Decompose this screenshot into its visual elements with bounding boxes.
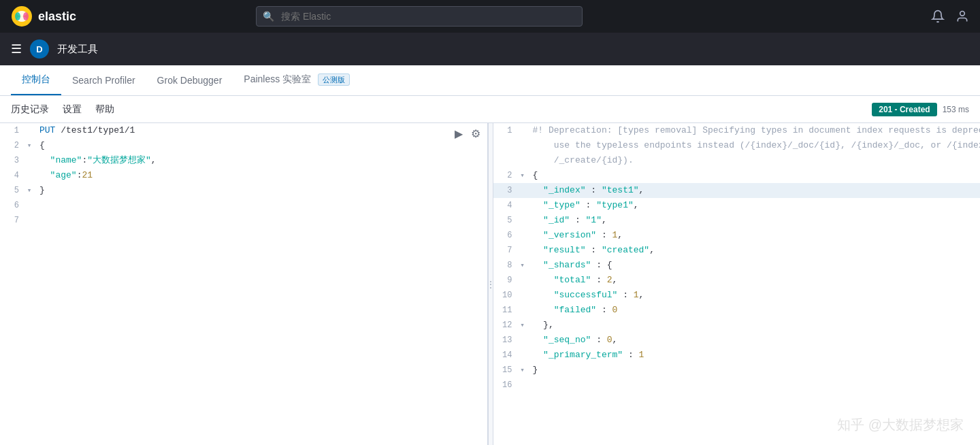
notification-button[interactable] <box>931 10 945 23</box>
line-content: "_seq_no" : 0, <box>527 333 981 348</box>
code-line: 2 ▾ { <box>493 168 981 183</box>
fold-marker <box>24 213 34 228</box>
hamburger-button[interactable]: ☰ <box>11 42 22 56</box>
fold-marker <box>518 123 527 138</box>
tab-console[interactable]: 控制台 <box>11 65 61 95</box>
fold-marker <box>518 243 527 258</box>
elastic-logo-text: elastic <box>38 10 76 24</box>
fold-marker[interactable]: ▾ <box>24 138 34 153</box>
code-line: 12 ▾ }, <box>493 318 981 333</box>
notification-icon <box>931 10 945 23</box>
code-line: 11 "failed" : 0 <box>493 303 981 318</box>
line-number: 14 <box>493 348 518 363</box>
user-button[interactable] <box>956 10 969 23</box>
help-button[interactable]: 帮助 <box>95 101 114 118</box>
line-content: #! Deprecation: [types removal] Specifyi… <box>527 123 981 138</box>
line-number <box>493 153 518 168</box>
line-content: } <box>527 363 981 378</box>
code-line: 1 PUT /test1/type1/1 <box>0 123 487 138</box>
fold-marker[interactable]: ▾ <box>24 183 34 198</box>
fold-marker <box>24 168 34 183</box>
line-content: use the typeless endpoints instead (/{in… <box>527 138 981 153</box>
line-number: 4 <box>493 198 518 213</box>
fold-marker <box>518 273 527 288</box>
left-code-editor[interactable]: 1 PUT /test1/type1/1 2 ▾ { 3 "name":"大数据… <box>0 123 487 445</box>
line-number: 6 <box>493 228 518 243</box>
line-content[interactable]: PUT /test1/type1/1 <box>34 123 487 138</box>
line-content[interactable]: "age":21 <box>34 168 487 183</box>
code-line: 6 "_version" : 1, <box>493 228 981 243</box>
line-content[interactable] <box>34 198 487 213</box>
line-number: 13 <box>493 333 518 348</box>
fold-marker[interactable]: ▾ <box>518 363 527 378</box>
history-button[interactable]: 历史记录 <box>11 101 49 118</box>
settings-button[interactable]: 设置 <box>63 101 82 118</box>
fold-marker <box>24 198 34 213</box>
fold-marker[interactable]: ▾ <box>518 318 527 333</box>
fold-marker <box>518 348 527 363</box>
fold-marker[interactable]: ▾ <box>518 258 527 273</box>
line-content: "_index" : "test1", <box>527 183 981 198</box>
line-number: 3 <box>0 153 24 168</box>
code-line: 8 ▾ "_shards" : { <box>493 258 981 273</box>
fold-marker <box>518 153 527 168</box>
code-line: 9 "total" : 2, <box>493 273 981 288</box>
svg-point-4 <box>23 12 29 20</box>
line-content: "_version" : 1, <box>527 228 981 243</box>
line-number: 16 <box>493 378 518 393</box>
fold-marker <box>518 138 527 153</box>
beta-badge: 公测版 <box>318 73 350 86</box>
line-number: 5 <box>493 213 518 228</box>
line-number: 6 <box>0 198 24 213</box>
left-actions: ▶ ⚙ <box>453 126 482 142</box>
line-number: 9 <box>493 273 518 288</box>
tab-search-profiler[interactable]: Search Profiler <box>61 67 146 95</box>
editor-divider[interactable]: ⋮ <box>488 123 493 445</box>
line-content[interactable]: { <box>34 138 487 153</box>
line-content: }, <box>527 318 981 333</box>
code-line: 5 "_id" : "1", <box>493 213 981 228</box>
fold-marker <box>518 198 527 213</box>
line-number: 10 <box>493 288 518 303</box>
fold-marker <box>24 153 34 168</box>
fold-marker <box>518 228 527 243</box>
fold-marker <box>518 303 527 318</box>
line-number: 2 <box>493 168 518 183</box>
tab-grok-debugger[interactable]: Grok Debugger <box>146 67 233 95</box>
run-button[interactable]: ▶ <box>453 126 464 142</box>
line-content: /_create/{id}). <box>527 153 981 168</box>
line-content[interactable]: } <box>34 183 487 198</box>
search-icon: 🔍 <box>263 11 274 22</box>
code-line: 4 "age":21 <box>0 168 487 183</box>
line-content: "failed" : 0 <box>527 303 981 318</box>
search-input[interactable] <box>256 6 583 27</box>
nav-icons <box>931 10 969 23</box>
line-content <box>527 378 981 393</box>
line-number: 1 <box>0 123 24 138</box>
search-bar-container: 🔍 <box>256 6 583 27</box>
user-icon <box>956 10 969 23</box>
line-content: "_primary_term" : 1 <box>527 348 981 363</box>
fold-marker[interactable]: ▾ <box>518 168 527 183</box>
editor-right: 1 #! Deprecation: [types removal] Specif… <box>493 123 981 445</box>
svg-point-5 <box>960 12 965 16</box>
line-content[interactable] <box>34 213 487 228</box>
fold-marker <box>518 288 527 303</box>
time-badge: 153 ms <box>943 105 969 114</box>
top-nav: elastic 🔍 <box>0 0 980 33</box>
toolbar: 历史记录 设置 帮助 201 - Created 153 ms <box>0 96 980 123</box>
tab-painless-lab[interactable]: Painless 实验室 公测版 <box>233 65 361 95</box>
line-content: "result" : "created", <box>527 243 981 258</box>
line-content: "successful" : 1, <box>527 288 981 303</box>
line-content: "total" : 2, <box>527 273 981 288</box>
editor-left[interactable]: 1 PUT /test1/type1/1 2 ▾ { 3 "name":"大数据… <box>0 123 488 445</box>
svg-point-3 <box>15 12 20 20</box>
line-number <box>493 138 518 153</box>
line-content[interactable]: "name":"大数据梦想家", <box>34 153 487 168</box>
status-badge: 201 - Created <box>872 103 936 116</box>
code-line: use the typeless endpoints instead (/{in… <box>493 138 981 153</box>
line-number: 12 <box>493 318 518 333</box>
copy-curl-button[interactable]: ⚙ <box>470 126 482 142</box>
dev-tools-title: 开发工具 <box>57 43 98 56</box>
line-number: 2 <box>0 138 24 153</box>
